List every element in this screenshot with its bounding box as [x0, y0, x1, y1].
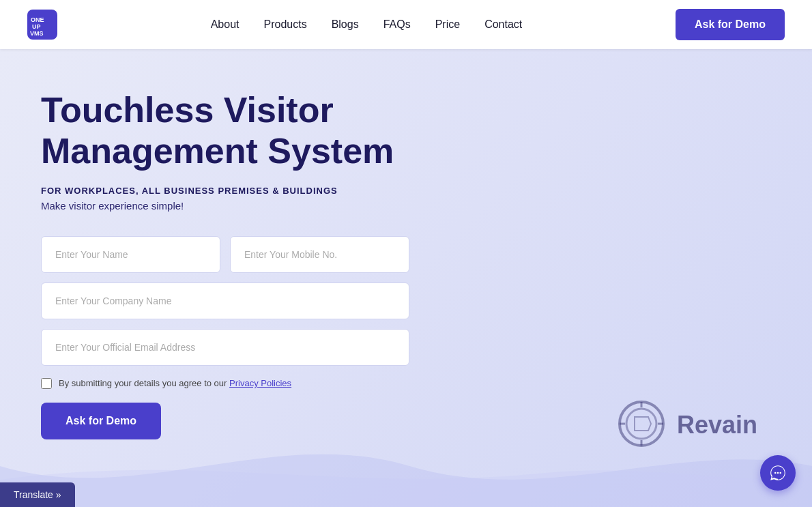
logo[interactable]: ONE UP VMS — [27, 10, 57, 40]
privacy-row: By submitting your details you agree to … — [41, 378, 409, 389]
nav-contact[interactable]: Contact — [484, 18, 522, 30]
chat-icon — [769, 464, 787, 482]
hero-submit-button[interactable]: Ask for Demo — [41, 403, 161, 439]
revain-watermark: Revain — [615, 398, 757, 452]
svg-point-11 — [777, 472, 779, 474]
email-input[interactable] — [41, 329, 409, 366]
nav-links: About Products Blogs FAQs Price Contact — [211, 18, 523, 31]
mobile-input[interactable] — [230, 236, 409, 273]
svg-text:ONE: ONE — [31, 16, 44, 23]
svg-text:VMS: VMS — [30, 30, 44, 37]
revain-text: Revain — [677, 411, 757, 439]
hero-form: By submitting your details you agree to … — [41, 236, 409, 439]
hero-tagline: Make visitor experience simple! — [41, 200, 464, 212]
svg-point-5 — [626, 409, 656, 439]
name-input[interactable] — [41, 236, 220, 273]
nav-price[interactable]: Price — [435, 18, 460, 30]
logo-icon: ONE UP VMS — [27, 10, 57, 40]
svg-text:UP: UP — [32, 23, 41, 30]
privacy-link[interactable]: Privacy Policies — [229, 378, 291, 388]
navbar: ONE UP VMS About Products Blogs FAQs Pri… — [0, 0, 812, 49]
hero-title: Touchless Visitor Management System — [41, 90, 464, 172]
nav-products[interactable]: Products — [264, 18, 307, 30]
navbar-ask-demo-button[interactable]: Ask for Demo — [676, 9, 785, 40]
translate-bar[interactable]: Translate » — [0, 482, 75, 507]
hero-section: Touchless Visitor Management System FOR … — [0, 49, 812, 507]
hero-subtitle: FOR WORKPLACES, ALL BUSINESS PREMISES & … — [41, 186, 464, 196]
privacy-checkbox[interactable] — [41, 378, 52, 389]
revain-icon — [615, 398, 670, 452]
nav-faqs[interactable]: FAQs — [383, 18, 411, 30]
chat-bubble-button[interactable] — [760, 455, 796, 491]
form-row-name-mobile — [41, 236, 409, 273]
checkbox-label: By submitting your details you agree to … — [59, 378, 291, 388]
nav-blogs[interactable]: Blogs — [332, 18, 359, 30]
hero-content: Touchless Visitor Management System FOR … — [41, 90, 464, 439]
nav-about[interactable]: About — [211, 18, 240, 30]
svg-point-10 — [774, 472, 777, 474]
company-input[interactable] — [41, 283, 409, 319]
svg-point-12 — [779, 472, 781, 474]
